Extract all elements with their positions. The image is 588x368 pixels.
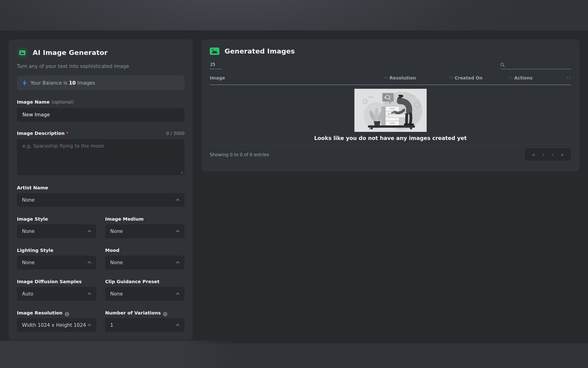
chevron-up-icon — [176, 293, 180, 296]
last-page-button[interactable]: » — [561, 152, 564, 157]
balance-amount: 10 — [69, 80, 76, 86]
image-resolution-value: Width 1024 x Height 1024 — [22, 322, 86, 328]
image-name-optional: (optional) — [51, 99, 74, 105]
next-page-button[interactable]: › — [552, 152, 553, 157]
column-header-created-on[interactable]: Created On ↑↓ — [454, 75, 513, 80]
artist-name-select[interactable]: None — [17, 193, 184, 207]
bottom-strip-left — [0, 341, 234, 368]
generated-header: Generated Images — [210, 47, 571, 55]
first-page-button[interactable]: « — [532, 152, 535, 157]
variations-value: 1 — [110, 322, 113, 328]
image-resolution-select[interactable]: Width 1024 x Height 1024 — [17, 318, 96, 332]
clip-guidance-select[interactable]: None — [105, 287, 184, 301]
mood-select[interactable]: None — [105, 256, 184, 269]
chevron-up-icon — [88, 230, 91, 234]
prev-page-button[interactable]: ‹ — [542, 152, 544, 157]
lighting-style-select[interactable]: None — [17, 256, 96, 269]
image-icon — [19, 50, 26, 55]
chevron-up-icon — [176, 199, 180, 202]
resolution-variations-row: Image Resolutioni Width 1024 x Height 10… — [17, 310, 184, 332]
lighting-style-value: None — [22, 260, 35, 265]
image-style-value: None — [22, 229, 35, 234]
artist-name-label-row: Artist Name — [17, 185, 184, 191]
search-icon — [500, 62, 505, 67]
sort-icon[interactable]: ↑↓ — [508, 76, 513, 80]
ai-image-generator-panel: AI Image Generator Turn any of your text… — [9, 39, 193, 340]
empty-state-row: Looks like you do not have any images cr… — [210, 85, 571, 145]
variations-label: Number of Variations — [105, 310, 161, 316]
empty-state-illustration — [354, 89, 427, 132]
required-asterisk: * — [66, 130, 68, 136]
generated-images-panel: Generated Images 25 Image ↑↓ Resolution … — [202, 39, 579, 172]
lightning-bolt-icon — [22, 80, 27, 86]
top-banner — [0, 0, 588, 30]
column-label: Image — [210, 75, 225, 80]
image-description-label-row: Image Description * 0 / 3000 — [17, 130, 184, 136]
image-description-textarea[interactable] — [17, 139, 184, 175]
image-style-select[interactable]: None — [17, 224, 96, 238]
image-icon — [210, 47, 219, 55]
diffusion-clip-row: Image Diffusion Samples Auto Clip Guidan… — [17, 279, 184, 301]
balance-prefix: Your Balance is — [31, 80, 67, 86]
resize-handle-icon[interactable] — [180, 171, 183, 174]
char-counter: 0 / 3000 — [166, 131, 184, 136]
image-medium-label: Image Medium — [105, 216, 143, 222]
table-header: Image ↑↓ Resolution ↑↓ Created On ↑↓ Act… — [210, 75, 571, 85]
table-controls: 25 — [210, 62, 571, 69]
page-size-value: 25 — [210, 62, 215, 67]
page-size-select[interactable]: 25 — [210, 62, 222, 69]
info-icon[interactable]: i — [163, 312, 167, 316]
mood-label: Mood — [105, 248, 119, 253]
column-header-resolution[interactable]: Resolution ↑↓ — [389, 75, 454, 80]
image-resolution-label: Image Resolution — [17, 310, 62, 316]
column-header-image[interactable]: Image ↑↓ — [210, 75, 389, 80]
chevron-up-icon — [88, 324, 91, 327]
clip-guidance-label: Clip Guidance Preset — [105, 279, 159, 284]
image-description-wrap — [17, 139, 184, 175]
balance-box: Your Balance is 10 Images — [17, 75, 184, 90]
clip-guidance-value: None — [110, 291, 123, 297]
sort-icon[interactable]: ↑↓ — [449, 76, 454, 80]
sort-icon[interactable]: ↑↓ — [384, 76, 389, 80]
balance-suffix: Images — [77, 80, 95, 86]
entries-summary: Showing 0 to 0 of 0 entries — [210, 152, 269, 157]
generated-title: Generated Images — [225, 47, 295, 55]
generator-header: AI Image Generator — [17, 47, 184, 58]
diffusion-samples-value: Auto — [22, 291, 33, 297]
image-style-label: Image Style — [17, 216, 48, 222]
image-description-label: Image Description — [17, 130, 65, 136]
generator-title: AI Image Generator — [33, 49, 108, 56]
empty-state-text: Looks like you do not have any images cr… — [210, 135, 571, 141]
info-icon[interactable]: i — [65, 312, 69, 316]
chevron-up-icon — [176, 261, 180, 265]
style-medium-row: Image Style None Image Medium None — [17, 216, 184, 238]
column-label: Created On — [455, 75, 483, 80]
column-label: Actions — [514, 75, 532, 80]
variations-select[interactable]: 1 — [105, 318, 184, 332]
diffusion-samples-select[interactable]: Auto — [17, 287, 96, 301]
search-box[interactable] — [500, 62, 571, 69]
search-input[interactable] — [507, 62, 571, 67]
pagination: « ‹ › » — [525, 148, 571, 161]
chevron-up-icon — [88, 261, 91, 265]
column-label: Resolution — [390, 75, 416, 80]
image-name-input[interactable] — [17, 108, 184, 122]
image-name-label: Image Name — [17, 99, 50, 105]
lighting-style-label: Lighting Style — [17, 248, 53, 253]
sort-icon[interactable]: ↑↓ — [566, 76, 571, 80]
image-medium-value: None — [110, 229, 123, 234]
generator-subtitle: Turn any of your text into sophisticated… — [17, 64, 184, 69]
artist-name-value: None — [22, 197, 35, 203]
chevron-up-icon — [176, 230, 180, 234]
mood-value: None — [110, 260, 123, 265]
chevron-up-icon — [176, 324, 180, 327]
image-medium-select[interactable]: None — [105, 224, 184, 238]
diffusion-samples-label: Image Diffusion Samples — [17, 279, 82, 284]
image-icon-tile — [17, 47, 27, 58]
lighting-mood-row: Lighting Style None Mood None — [17, 248, 184, 269]
table-footer: Showing 0 to 0 of 0 entries « ‹ › » — [210, 148, 571, 161]
artist-name-label: Artist Name — [17, 185, 48, 191]
column-header-actions[interactable]: Actions ↑↓ — [513, 75, 571, 80]
chevron-up-icon — [88, 293, 91, 296]
image-name-label-row: Image Name (optional) — [17, 99, 184, 105]
